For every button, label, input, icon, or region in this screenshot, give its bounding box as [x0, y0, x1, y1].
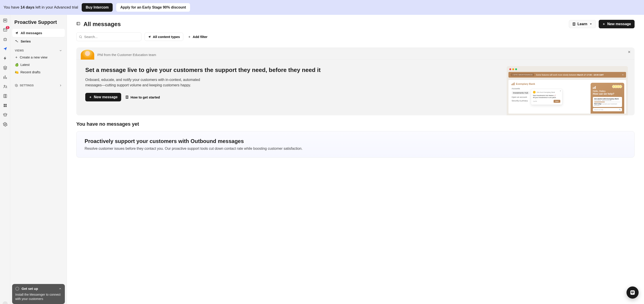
- plus-icon: [188, 35, 191, 39]
- onboarding-hero: Phil from the Customer Education team Se…: [76, 47, 634, 115]
- caret-down-icon: [589, 22, 592, 26]
- collapse-sidebar-button[interactable]: [76, 22, 80, 27]
- search-icon: [79, 35, 82, 39]
- hero-new-message-button[interactable]: New message: [85, 93, 121, 101]
- settings-icon[interactable]: [3, 122, 8, 127]
- chevron-right-icon: [59, 84, 62, 87]
- author-avatar: [81, 50, 94, 60]
- trial-text: You have 14 days left in your Advanced t…: [4, 5, 78, 10]
- book-icon: [125, 95, 129, 99]
- promo-card: Proactively support your customers with …: [76, 131, 634, 158]
- settings-header[interactable]: SETTINGS: [12, 80, 65, 88]
- apps-icon[interactable]: [3, 103, 8, 108]
- page-title: All messages: [84, 21, 121, 28]
- icon-rail: 3: [0, 15, 10, 304]
- inbox-badge: 3: [6, 26, 10, 29]
- preview-messenger: Hello, Hailey. How can we help? Get star…: [590, 83, 624, 113]
- svg-rect-7: [4, 106, 5, 107]
- nav-series-label: Series: [21, 39, 31, 43]
- messenger-launcher[interactable]: [626, 286, 638, 298]
- close-icon: ✕: [622, 74, 624, 76]
- search-input[interactable]: [82, 33, 140, 41]
- chevron-up-icon: [58, 287, 62, 290]
- inbox-icon[interactable]: 3: [3, 28, 8, 32]
- promo-body: Resolve customer issues before they cont…: [84, 146, 626, 151]
- hero-preview: • SITE MAINTENANCE Some features will wo…: [507, 66, 628, 115]
- create-view-button[interactable]: Create a new view: [12, 54, 65, 61]
- ai-icon[interactable]: [3, 37, 8, 42]
- intercom-icon: [630, 290, 636, 295]
- svg-point-4: [4, 85, 5, 86]
- empty-state-heading: You have no messages yet: [76, 121, 634, 127]
- sidebar-title: Proactive Support: [12, 19, 65, 29]
- hero-body-text: Onboard, educate, and notify your custom…: [85, 77, 206, 88]
- articles-icon[interactable]: [3, 94, 8, 98]
- buy-intercom-button[interactable]: Buy Intercom: [82, 3, 113, 12]
- user-avatar[interactable]: [3, 301, 8, 304]
- svg-point-2: [4, 39, 5, 40]
- svg-rect-1: [4, 39, 6, 41]
- svg-rect-6: [5, 104, 6, 105]
- dismiss-hero-button[interactable]: [628, 50, 631, 55]
- reports-icon[interactable]: [3, 75, 8, 80]
- plus-icon: [89, 96, 92, 99]
- view-recent-drafts[interactable]: 🍋 Recent drafts: [12, 68, 65, 76]
- svg-point-12: [80, 36, 82, 38]
- new-message-button[interactable]: New message: [599, 20, 634, 28]
- svg-rect-5: [4, 104, 5, 105]
- author-from: Phil from the Customer Education team: [98, 53, 156, 57]
- main-content: All messages Learn New message: [67, 15, 644, 304]
- academy-icon[interactable]: [3, 112, 8, 117]
- view-latest[interactable]: 🍏 Latest: [12, 61, 65, 68]
- svg-point-9: [4, 124, 6, 125]
- nav-series[interactable]: Series: [12, 37, 65, 45]
- chevron-down-icon: [59, 49, 62, 52]
- preview-banner: • SITE MAINTENANCE Some features will wo…: [508, 72, 626, 78]
- content-types-filter[interactable]: All content types: [144, 33, 183, 41]
- preview-popup: ✕ Erin from Exemplary Bank New Investmen…: [531, 89, 562, 105]
- nav-all-messages-label: All messages: [21, 31, 42, 35]
- early-stage-discount-button[interactable]: Apply for an Early Stage 90% discount: [116, 3, 190, 12]
- contacts-icon[interactable]: [3, 84, 8, 89]
- layers-icon[interactable]: [3, 65, 8, 70]
- svg-point-3: [6, 39, 6, 40]
- nav-all-messages[interactable]: All messages: [12, 29, 65, 37]
- plus-icon: [602, 23, 606, 26]
- gear-icon: [15, 84, 18, 87]
- mac-traffic-lights: [508, 68, 626, 72]
- how-to-get-started-button[interactable]: How to get started: [125, 95, 160, 99]
- search-input-wrap[interactable]: [76, 32, 141, 41]
- automation-icon[interactable]: [3, 56, 8, 61]
- apple-icon: 🍏: [15, 63, 18, 67]
- setup-card[interactable]: Get set up Install the Messenger to conn…: [12, 284, 65, 304]
- send-icon: [148, 35, 151, 39]
- trial-banner: You have 14 days left in your Advanced t…: [0, 0, 644, 15]
- add-filter-button[interactable]: Add filter: [186, 33, 209, 41]
- svg-rect-11: [77, 22, 80, 25]
- outbound-icon[interactable]: [3, 46, 8, 51]
- book-icon: [572, 22, 576, 26]
- svg-rect-8: [5, 106, 6, 107]
- logo-icon[interactable]: [3, 18, 8, 23]
- svg-point-10: [16, 85, 17, 86]
- plus-icon: [15, 56, 18, 59]
- promo-title: Proactively support your customers with …: [84, 138, 626, 144]
- lemon-icon: 🍋: [15, 70, 18, 74]
- views-header[interactable]: VIEWS: [12, 45, 65, 54]
- hero-headline: Set a message live to give your customer…: [85, 66, 500, 74]
- learn-button[interactable]: Learn: [569, 20, 596, 28]
- progress-ring-icon: [15, 287, 19, 291]
- sidebar: Proactive Support All messages Series VI…: [10, 15, 67, 304]
